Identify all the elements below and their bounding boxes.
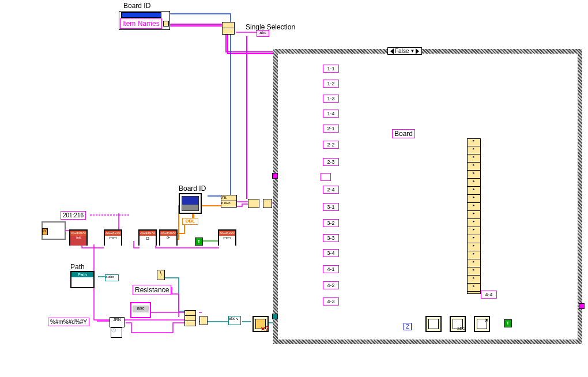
board-cluster-label: Board bbox=[392, 129, 415, 138]
pin-constant-1-1[interactable]: 1-1 bbox=[323, 65, 339, 73]
pin-constant-3-4[interactable]: 3-4 bbox=[323, 249, 339, 257]
board-id-top-label: Board ID bbox=[123, 2, 150, 10]
pin-constant-alt[interactable]: 4-4 bbox=[481, 291, 497, 299]
tunnel-right-icon bbox=[579, 303, 585, 309]
pin-constant-2-1[interactable]: 2-1 bbox=[323, 125, 339, 133]
get-datetime-icon[interactable]: 🕐 bbox=[111, 327, 122, 338]
ag34970-vi-3[interactable]: AG34970Ω bbox=[138, 229, 157, 246]
build-array-node[interactable] bbox=[248, 199, 259, 208]
case-selector-value: False bbox=[395, 48, 409, 54]
case-structure[interactable] bbox=[273, 49, 582, 344]
case-prev-icon[interactable] bbox=[390, 48, 394, 54]
string-indicator-abc[interactable]: abc bbox=[257, 30, 269, 37]
index-terminal-icon bbox=[163, 21, 169, 27]
string-indicator-resistance[interactable]: abc bbox=[130, 302, 151, 318]
pin-constant-4-3[interactable]: 4-3 bbox=[323, 297, 339, 306]
backslash-const-icon[interactable]: \ bbox=[157, 270, 165, 280]
format-into-string-icon[interactable]: JRN bbox=[110, 317, 125, 327]
case-next-icon[interactable] bbox=[416, 48, 419, 54]
empty-cluster-const-icon[interactable] bbox=[321, 173, 331, 181]
true-constant-1[interactable]: T bbox=[195, 237, 203, 246]
range-constant[interactable]: 201:216 bbox=[61, 211, 86, 220]
board-id-bluebar bbox=[121, 12, 161, 18]
pin-constant-3-2[interactable]: 3-2 bbox=[323, 219, 339, 227]
string-to-path-icon[interactable]: abc↘ bbox=[228, 316, 241, 325]
tunnel-teal-icon bbox=[272, 314, 278, 319]
case-selector[interactable]: False ▼ bbox=[387, 47, 422, 55]
path-label: Path bbox=[70, 263, 85, 271]
board-id-chart-label: Board ID bbox=[179, 184, 206, 193]
to-dbl-coerce-icon[interactable]: DBL bbox=[182, 218, 198, 225]
pin-constant-1-2[interactable]: 1-2 bbox=[323, 80, 339, 88]
pin-constant-1-3[interactable]: 1-3 bbox=[323, 95, 339, 103]
file-new-vi[interactable] bbox=[425, 316, 442, 332]
resistance-label: Resistance bbox=[133, 285, 171, 295]
pin-constant-4-1[interactable]: 4-1 bbox=[323, 265, 339, 273]
single-selection-label: Single Selection bbox=[246, 23, 295, 31]
tunnel-icon bbox=[272, 173, 278, 179]
file-close-vi[interactable]: ✕ bbox=[474, 316, 490, 332]
property-node[interactable]: #E. n.nEn bbox=[221, 195, 237, 208]
ag34970-vi-4[interactable]: AG34970⟳ bbox=[159, 229, 178, 246]
pin-constant-4-2[interactable]: 4-2 bbox=[323, 281, 339, 289]
ag34970-vi-1[interactable]: AG34970init bbox=[69, 229, 88, 246]
path-control[interactable]: Path bbox=[70, 271, 95, 288]
path-glyph-icon: Path bbox=[71, 272, 93, 277]
numeric-constant-2[interactable]: 2 bbox=[404, 323, 412, 330]
ag34970-vi-2[interactable]: AG34970⊶⊷ bbox=[104, 229, 122, 246]
pin-constant-1-4[interactable]: 1-4 bbox=[323, 110, 339, 118]
index-array-node[interactable] bbox=[263, 199, 272, 208]
pin-constant-2-4[interactable]: 2-4 bbox=[323, 186, 339, 194]
string-op-icon[interactable] bbox=[199, 316, 208, 325]
waveform-chart-terminal[interactable] bbox=[179, 193, 202, 214]
file-open-vi[interactable]: ✕? bbox=[252, 316, 269, 332]
for-loop-small[interactable]: I/O bbox=[42, 221, 66, 240]
item-names-text: Item Names bbox=[120, 18, 162, 29]
bundle-by-name-node[interactable]: /* rows drawn below */ bbox=[467, 138, 481, 294]
pin-constant-3-1[interactable]: 3-1 bbox=[323, 203, 339, 211]
format-string-constant[interactable]: %#m%#d%#Y bbox=[48, 318, 89, 326]
true-constant-2[interactable]: T bbox=[504, 319, 512, 327]
item-names-control[interactable]: Item Names bbox=[119, 11, 170, 30]
pin-constant-2-2[interactable]: 2-2 bbox=[323, 141, 339, 149]
file-write-vi[interactable]: abc bbox=[450, 316, 466, 332]
path-to-string-icon[interactable]: a.abc bbox=[105, 274, 119, 281]
ag34970-vi-5[interactable]: AG34970⊶⊷ bbox=[218, 229, 236, 246]
concat-strings-node[interactable] bbox=[184, 310, 196, 326]
unbundle-node[interactable] bbox=[222, 22, 235, 35]
pin-constant-2-3[interactable]: 2-3 bbox=[323, 158, 339, 166]
pin-constant-3-3[interactable]: 3-3 bbox=[323, 234, 339, 242]
